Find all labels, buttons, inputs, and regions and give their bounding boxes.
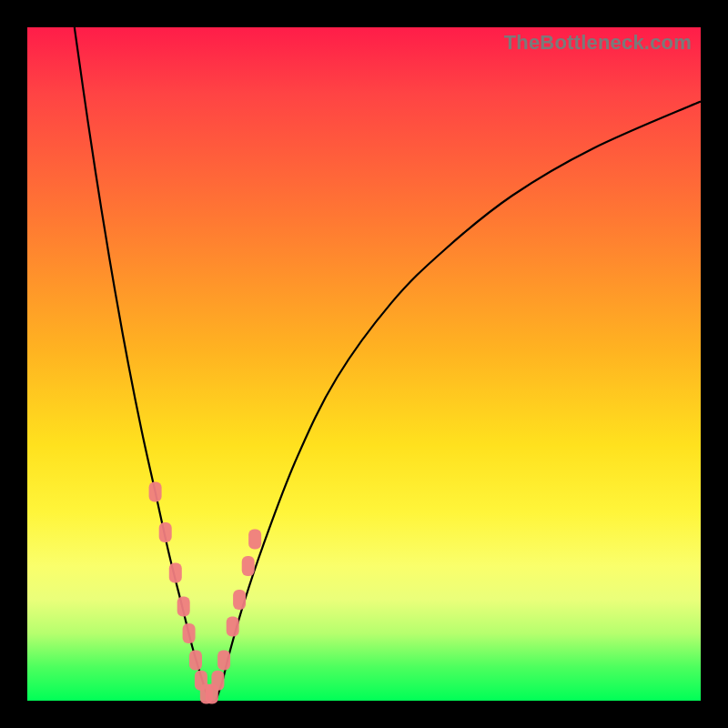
data-point — [159, 522, 172, 542]
data-point — [177, 596, 190, 616]
data-point — [233, 590, 246, 610]
plot-area: TheBottleneck.com — [27, 27, 701, 701]
data-point — [227, 617, 239, 637]
right-curve — [216, 101, 701, 701]
data-point — [248, 529, 261, 549]
data-point — [211, 671, 224, 691]
highlighted-points — [149, 482, 262, 704]
data-point — [183, 623, 196, 643]
data-point — [217, 651, 230, 671]
data-point — [242, 556, 255, 576]
chart-frame: TheBottleneck.com — [0, 0, 728, 728]
data-point — [189, 651, 202, 671]
curve-svg — [27, 27, 701, 701]
data-point — [149, 482, 162, 502]
data-point — [169, 562, 182, 582]
